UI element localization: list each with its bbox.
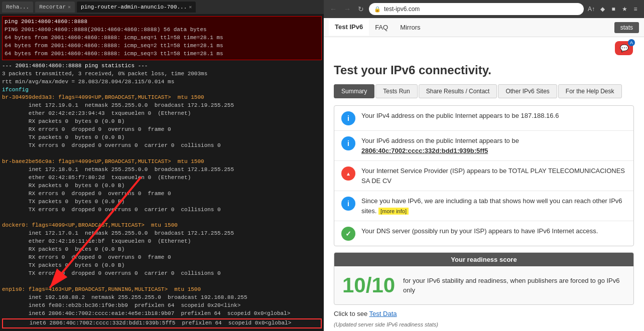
nav-test-ipv6[interactable]: Test IPv6 <box>329 19 369 36</box>
menu-icon[interactable]: ≡ <box>631 5 640 14</box>
ping-line-2: PING 2001:4860:4860::8888(2001:4860:4860… <box>5 26 319 34</box>
ifconfig-cmd: ifconfig <box>2 86 322 94</box>
test-data-row: Click to see Test Data <box>334 305 634 319</box>
if-line-25: enp1s0: flags=4163<UP,BROADCAST,RUNNING,… <box>2 286 322 294</box>
browser-toolbar: ← → ↻ 🔒 test-ipv6.com A↑ ◆ ■ ★ ≡ <box>324 0 644 18</box>
star-icon[interactable]: ★ <box>620 5 629 14</box>
nav-faq[interactable]: FAQ <box>369 20 394 35</box>
terminal-tab-label: Recortar <box>39 4 66 10</box>
if-line-22: TX packets 0 bytes 0 (0.0 B) <box>2 262 322 270</box>
page-title: Test your IPv6 connectivity. <box>334 63 634 77</box>
info-icon-ipv6: i <box>341 136 355 150</box>
translate-icon[interactable]: A↑ <box>587 5 596 14</box>
info-icon-ipv4: i <box>341 111 355 125</box>
if-line-6: TX packets 0 bytes 0 (0.0 B) <box>2 134 322 142</box>
info-text-dns: Your DNS server (possibly run by your IS… <box>361 226 626 236</box>
info-icon-ipv6-tab: i <box>341 197 355 211</box>
updated-text: (Updated server side IPv6 readiness stat… <box>334 319 634 329</box>
if-line-26: inet 192.168.88.2 netmask 255.255.255.0 … <box>2 294 322 302</box>
nav-mirrors[interactable]: Mirrors <box>394 20 426 35</box>
if-line-28: inet6 2806:40c:7002:cccc:ea1e:4e5e:1b18:… <box>2 310 322 318</box>
if-line-21: RX errors 0 dropped 0 overruns 0 frame 0 <box>2 254 322 262</box>
tab-help-desk[interactable]: For the Help Desk <box>558 84 622 98</box>
if-line-9: br-baee2be56c9a: flags=4099<UP,BROADCAST… <box>2 158 322 166</box>
if-line-24 <box>2 278 322 286</box>
translate-badge: A <box>628 39 635 46</box>
info-section: i Your IPv4 address on the public Intern… <box>334 105 634 246</box>
close-icon[interactable]: ✕ <box>68 4 71 10</box>
chat-bubble-icon[interactable]: 💬 A <box>615 41 633 55</box>
terminal-tab-label: Reha... <box>6 4 29 10</box>
back-button[interactable]: ← <box>328 4 339 14</box>
if-line-1: br-304959ded3a3: flags=4099<UP,BROADCAST… <box>2 94 322 102</box>
if-line-29: inet6 2806:40c:7002:cccc:332d:bdd1:939b:… <box>3 319 321 327</box>
if-line-10: inet 172.18.0.1 netmask 255.255.0.0 broa… <box>2 166 322 174</box>
forward-button[interactable]: → <box>342 4 353 14</box>
if-line-16 <box>2 214 322 222</box>
info-text-ipv4: Your IPv4 address on the public Internet… <box>361 111 626 121</box>
chat-icon: 💬 <box>620 44 628 52</box>
if-line-4: RX packets 0 bytes 0 (0.0 B) <box>2 118 322 126</box>
stats-button[interactable]: stats <box>614 22 639 33</box>
info-text-ipv6: Your IPv6 address on the public Internet… <box>361 136 626 155</box>
terminal-tab-reha[interactable]: Reha... <box>2 2 33 13</box>
terminal-tab-label: ping-router-admin-anuncio-700... <box>81 4 187 10</box>
if-line-11: ether 02:42:85:f7:80:2d txqueuelen 0 (Et… <box>2 174 322 182</box>
site-nav: Test IPv6 FAQ Mirrors stats <box>324 18 644 37</box>
test-data-link[interactable]: Test Data <box>369 310 397 317</box>
if-line-8 <box>2 150 322 158</box>
browser-icons: A↑ ◆ ■ ★ ≡ <box>587 5 640 14</box>
ping-line-1: ping 2001:4860:4860::8888 <box>5 18 319 26</box>
readiness-score: 10/10 <box>342 273 395 297</box>
site-main-content: Test your IPv6 connectivity. Summary Tes… <box>324 55 644 331</box>
browser-panel: ← → ↻ 🔒 test-ipv6.com A↑ ◆ ■ ★ ≡ Test IP… <box>324 0 644 331</box>
info-row-ipv6-tab: i Since you have IPv6, we are including … <box>334 191 633 221</box>
tab-tests-run[interactable]: Tests Run <box>375 84 417 98</box>
info-row-dns: ✓ Your DNS server (possibly run by your … <box>334 221 633 246</box>
if-line-2: inet 172.19.0.1 netmask 255.255.0.0 broa… <box>2 102 322 110</box>
readiness-description: for your IPv6 stability and readiness, w… <box>403 276 625 295</box>
reload-button[interactable]: ↻ <box>356 4 366 14</box>
terminal-tab-recortar[interactable]: Recortar ✕ <box>35 2 75 13</box>
if-line-19: ether 02:42:16:11:1e:bf txqueuelen 0 (Et… <box>2 238 322 246</box>
tab-share-results[interactable]: Share Results / Contact <box>419 84 497 98</box>
info-icon-dns: ✓ <box>341 227 355 241</box>
tab-other-ipv6[interactable]: Other IPv6 Sites <box>498 84 557 98</box>
test-data-prefix: Click to see <box>334 310 367 317</box>
ipv6-prefix-text: Your IPv6 address on the public Internet… <box>361 137 519 144</box>
terminal-tab-ping[interactable]: ping-router-admin-anuncio-700... ✕ <box>77 2 196 13</box>
packets-line: 3 packets transmitted, 3 received, 0% pa… <box>2 70 322 78</box>
if-line-5: RX errors 0 dropped 0 overruns 0 frame 0 <box>2 126 322 134</box>
if-line-15: TX errors 0 dropped 0 overruns 0 carrier… <box>2 206 322 214</box>
inet6-highlight-line: inet6 2806:40c:7002:cccc:332d:bdd1:939b:… <box>2 318 322 328</box>
lock-icon: 🔒 <box>374 6 381 13</box>
info-icon-isp: ▲ <box>341 167 355 181</box>
if-line-7: TX errors 0 dropped 0 overruns 0 carrier… <box>2 142 322 150</box>
if-line-27: inet6 fe80::eb2b:bc36:1f9e:bb9 prefixlen… <box>2 302 322 310</box>
info-row-ipv6: i Your IPv6 address on the public Intern… <box>334 131 633 161</box>
content-tabs: Summary Tests Run Share Results / Contac… <box>334 84 634 98</box>
tab-summary[interactable]: Summary <box>334 84 374 98</box>
ping-line-5: 64 bytes from 2001:4860:4860::8888: icmp… <box>5 50 319 58</box>
url-bar[interactable]: 🔒 test-ipv6.com <box>369 3 584 15</box>
if-line-23: TX errors 0 dropped 0 overruns 0 carrier… <box>2 270 322 278</box>
if-line-14: TX packets 0 bytes 0 (0.0 B) <box>2 198 322 206</box>
if-line-20: RX packets 0 bytes 0 (0.0 B) <box>2 246 322 254</box>
close-icon[interactable]: ✕ <box>189 4 192 10</box>
shield-icon[interactable]: ■ <box>609 5 618 14</box>
stats-line: --- 2001:4860:4860::8888 ping statistics… <box>2 62 322 70</box>
ping-line-3: 64 bytes from 2001:4860:4860::8888: icmp… <box>5 34 319 42</box>
rtt-line: rtt min/avg/max/mdev = 28.083/28.094/28.… <box>2 78 322 86</box>
more-info-link[interactable]: [more info] <box>378 208 409 215</box>
ping-line-4: 64 bytes from 2001:4860:4860::8888: icmp… <box>5 42 319 50</box>
if-line-12: RX packets 0 bytes 0 (0.0 B) <box>2 182 322 190</box>
info-row-ipv4: i Your IPv4 address on the public Intern… <box>334 106 633 131</box>
terminal-tab-bar: Reha... Recortar ✕ ping-router-admin-anu… <box>0 0 324 14</box>
extension-icon[interactable]: ◆ <box>598 5 607 14</box>
readiness-body: 10/10 for your IPv6 stability and readin… <box>334 266 633 304</box>
if-line-17: docker0: flags=4099<UP,BROADCAST,MULTICA… <box>2 222 322 230</box>
readiness-header: Your readiness score <box>334 253 633 266</box>
if-line-18: inet 172.17.0.1 netmask 255.255.0.0 broa… <box>2 230 322 238</box>
info-row-isp: ▲ Your Internet Service Provider (ISP) a… <box>334 161 633 191</box>
info-text-isp: Your Internet Service Provider (ISP) app… <box>361 166 626 186</box>
